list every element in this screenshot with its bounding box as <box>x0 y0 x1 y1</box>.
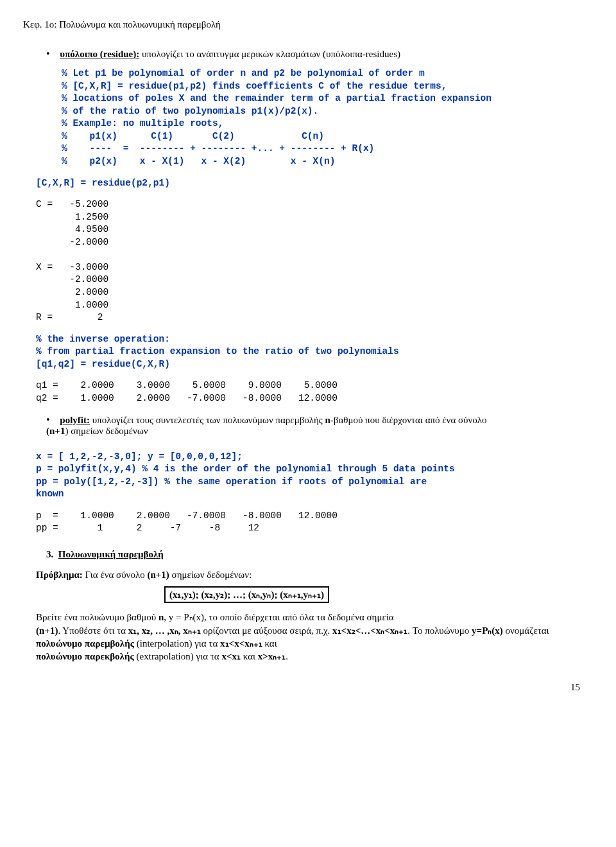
section-3-heading: 3. Πολυωνυμική παρεμβολή <box>46 549 593 560</box>
code-block-polyfit: x = [ 1,2,-2,-3,0]; y = [0,0,0,0,12]; p … <box>36 451 593 501</box>
f5: . Υποθέστε ότι τα <box>58 625 128 636</box>
t2: n <box>325 415 330 425</box>
code-line-residue-call: [C,X,R] = residue(p2,p1) <box>36 177 593 190</box>
code-block-inverse: % the inverse operation: % from partial … <box>36 333 593 371</box>
bullet-bold: υπόλοιπο (residue): <box>60 49 139 59</box>
f6: x₁, x₂, … ,xₙ, xₙ₊₁ <box>128 625 201 636</box>
problem-intro: Πρόβλημα: Για ένα σύνολο (n+1) σημείων δ… <box>36 569 580 582</box>
bullet-bold-polyfit: polyfit: <box>60 415 90 425</box>
bullet-polyfit: polyfit: υπολογίζει τους συντελεστές των… <box>46 414 593 437</box>
boxed-points: (x₁,y₁); (x₂,y₂); …; (xₙ,yₙ); (xₙ₊₁,yₙ₊₁… <box>164 586 329 603</box>
f10: y=Pₙ(x) <box>472 625 503 636</box>
f18: x<x₁ <box>221 651 241 661</box>
f11: ονομάζεται <box>503 625 549 636</box>
final-paragraph: Βρείτε ένα πολυώνυμο βαθμού n, y = Pₙ(x)… <box>36 611 580 663</box>
t4: (n+1 <box>46 426 65 436</box>
chapter-header: Κεφ. 1ο: Πολυώνυμα και πολυωνυμική παρεμ… <box>23 19 593 30</box>
f8: x₁<x₂<…<xₙ<xₙ₊₁ <box>330 625 407 636</box>
t5: ) σημείων δεδομένων <box>65 426 148 436</box>
result-block-3: p = 1.0000 2.0000 -7.0000 -8.0000 12.000… <box>36 510 593 535</box>
bullet-text: υπολογίζει το ανάπτυγμα μερικών κλασμάτω… <box>139 49 400 59</box>
code-block-1: % Let p1 be polynomial of order n and p2… <box>62 67 593 168</box>
f20: x>xₙ₊₁ <box>258 651 286 661</box>
f3: , y = Pₙ(x), το οποίο διέρχεται από όλα … <box>164 612 393 622</box>
result-block-1: C = -5.2000 1.2500 4.9500 -2.0000 X = -3… <box>36 198 593 324</box>
p3: σημείων δεδομένων: <box>169 570 252 580</box>
page-number: 15 <box>23 682 580 693</box>
result-block-2: q1 = 2.0000 3.0000 5.0000 9.0000 5.0000 … <box>36 380 593 405</box>
f4: (n+1) <box>36 625 58 636</box>
p1: Για ένα σύνολο <box>83 570 148 580</box>
f17: (extrapolation) για τα <box>134 651 222 661</box>
f13: (interpolation) για τα <box>134 638 220 649</box>
f14: x₁<x<xₙ₊₁ <box>220 638 262 649</box>
bullet-residue: υπόλοιπο (residue): υπολογίζει το ανάπτυ… <box>46 48 593 60</box>
f16: πολυώνυμο παρεκβολής <box>36 651 134 661</box>
problem-bold: Πρόβλημα: <box>36 570 83 580</box>
f7: ορίζονται με αύξουσα σειρά, π.χ. <box>201 625 330 636</box>
f19: και <box>241 651 258 661</box>
f9: . Το πολυώνυμο <box>407 625 472 636</box>
f2: n <box>158 612 164 622</box>
section-3-label: Πολυωνυμική παρεμβολή <box>58 549 164 559</box>
p2: (n+1) <box>147 570 169 580</box>
t3: -βαθμού που διέρχονται από ένα σύνολο <box>330 415 487 425</box>
f15: και <box>262 638 277 649</box>
t1: υπολογίζει τους συντελεστές των πολυωνύμ… <box>90 415 325 425</box>
f1: Βρείτε ένα πολυώνυμο βαθμού <box>36 612 158 622</box>
f12: πολυώνυμο παρεμβολής <box>36 638 134 649</box>
